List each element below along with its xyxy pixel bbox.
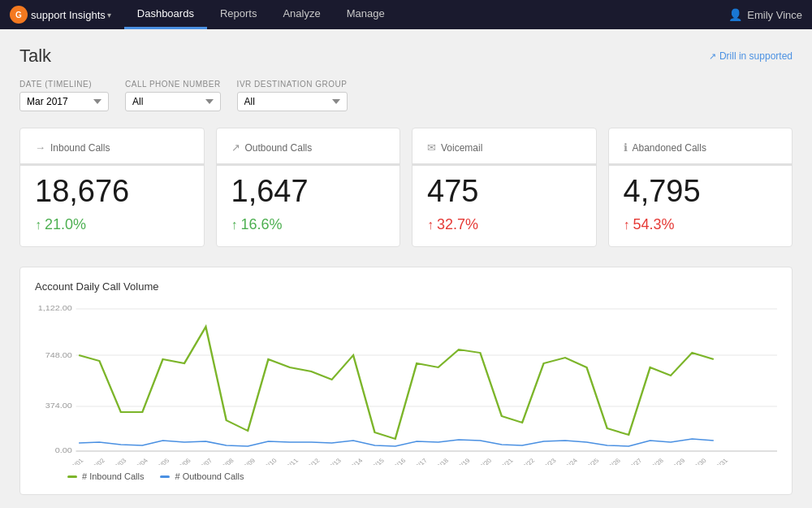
metric-inbound-header: → Inbound Calls [35, 141, 189, 154]
chart-title: Account Daily Call Volume [35, 280, 777, 293]
outbound-value: 1,647 [231, 176, 386, 206]
voicemail-arrow: ↑ [427, 218, 434, 232]
svg-text:03/15: 03/15 [368, 458, 386, 465]
user-icon: 👤 [728, 8, 742, 21]
svg-text:03/26: 03/26 [604, 458, 622, 465]
legend-label-outbound: # Outbound Calls [175, 471, 244, 481]
outbound-line [79, 439, 714, 446]
filter-phone-select[interactable]: All [125, 92, 221, 111]
inbound-value: 18,676 [35, 176, 189, 206]
svg-text:03/07: 03/07 [197, 458, 214, 465]
metric-abandoned-calls: ℹ Abandoned Calls 4,795 ↑ 54.3% [608, 128, 793, 247]
svg-text:03/03: 03/03 [110, 458, 128, 465]
nav-item-manage[interactable]: Manage [334, 0, 398, 29]
metric-voicemail-header: ✉ Voicemail [427, 141, 581, 154]
legend-dot-inbound [67, 475, 77, 478]
drill-text: Drill in supported [719, 50, 793, 62]
voicemail-icon: ✉ [427, 141, 436, 154]
inbound-arrow: ↑ [35, 218, 41, 232]
svg-text:03/10: 03/10 [261, 458, 279, 465]
metric-divider [20, 163, 204, 166]
legend-inbound: # Inbound Calls [67, 471, 144, 481]
abandoned-icon: ℹ [624, 141, 628, 154]
nav-item-analyze[interactable]: Analyze [270, 0, 333, 29]
metric-divider-3 [412, 163, 596, 166]
metric-cards: → Inbound Calls 18,676 ↑ 21.0% ↗ Outboun… [19, 128, 793, 247]
metric-outbound-header: ↗ Outbound Calls [231, 141, 386, 154]
svg-text:03/18: 03/18 [433, 458, 451, 465]
metric-inbound-calls: → Inbound Calls 18,676 ↑ 21.0% [19, 128, 205, 247]
voicemail-change: ↑ 32.7% [427, 216, 581, 233]
svg-text:03/23: 03/23 [540, 458, 558, 465]
svg-text:748.00: 748.00 [45, 351, 73, 359]
voicemail-pct: 32.7% [437, 216, 478, 233]
nav-item-dashboards[interactable]: Dashboards [124, 0, 207, 29]
outbound-pct: 16.6% [241, 216, 283, 233]
svg-text:03/29: 03/29 [669, 458, 687, 465]
filter-ivr-label: IVR DESTINATION GROUP [237, 80, 348, 89]
inbound-label: Inbound Calls [50, 142, 110, 154]
nav-item-reports[interactable]: Reports [207, 0, 270, 29]
page-header: Talk ↗ Drill in supported [19, 46, 793, 67]
chart-area: 1,122.00 748.00 374.00 0.00 [35, 302, 777, 465]
filters-row: DATE (TIMELINE) Mar 2017 CALL PHONE NUMB… [19, 80, 793, 111]
drill-icon: ↗ [709, 51, 716, 62]
svg-text:03/20: 03/20 [476, 458, 494, 465]
nav-items: Dashboards Reports Analyze Manage [124, 0, 729, 29]
legend-label-inbound: # Inbound Calls [82, 471, 144, 481]
svg-text:03/06: 03/06 [175, 458, 192, 465]
filter-date-select[interactable]: Mar 2017 [19, 92, 109, 111]
svg-text:03/28: 03/28 [647, 458, 665, 465]
filter-date-label: DATE (TIMELINE) [19, 80, 109, 89]
metric-abandoned-header: ℹ Abandoned Calls [624, 141, 778, 154]
outbound-change: ↑ 16.6% [231, 216, 386, 233]
svg-text:03/30: 03/30 [690, 458, 708, 465]
abandoned-pct: 54.3% [633, 216, 675, 233]
abandoned-arrow: ↑ [624, 218, 630, 232]
filter-phone: CALL PHONE NUMBER All [125, 80, 221, 111]
svg-text:03/27: 03/27 [626, 458, 644, 465]
inbound-pct: 21.0% [45, 216, 86, 233]
inbound-icon: → [35, 141, 45, 154]
svg-text:03/02: 03/02 [89, 458, 106, 465]
chart-legend: # Inbound Calls # Outbound Calls [35, 471, 777, 481]
page-title: Talk [19, 46, 51, 67]
svg-text:1,122.00: 1,122.00 [38, 304, 73, 312]
voicemail-value: 475 [427, 176, 581, 206]
app-caret[interactable]: ▾ [107, 11, 111, 20]
svg-text:03/25: 03/25 [583, 458, 601, 465]
svg-text:03/11: 03/11 [282, 458, 300, 465]
drill-link[interactable]: ↗ Drill in supported [709, 50, 793, 62]
chart-section: Account Daily Call Volume 1,122.00 748.0… [19, 267, 793, 495]
svg-text:03/08: 03/08 [218, 458, 235, 465]
svg-text:03/09: 03/09 [240, 458, 257, 465]
legend-dot-outbound [160, 475, 170, 478]
filter-date: DATE (TIMELINE) Mar 2017 [19, 80, 109, 111]
svg-text:03/13: 03/13 [325, 458, 343, 465]
svg-text:03/31: 03/31 [712, 458, 730, 465]
logo[interactable]: G [10, 6, 28, 24]
svg-text:03/21: 03/21 [497, 458, 515, 465]
outbound-label: Outbound Calls [245, 142, 313, 154]
svg-text:03/19: 03/19 [454, 458, 472, 465]
app-name: support Insights [31, 9, 106, 21]
svg-text:03/17: 03/17 [411, 458, 429, 465]
main-content: Talk ↗ Drill in supported DATE (TIMELINE… [0, 29, 812, 508]
filter-ivr: IVR DESTINATION GROUP All [237, 80, 348, 111]
svg-text:03/22: 03/22 [518, 458, 536, 465]
filter-ivr-select[interactable]: All [237, 92, 348, 111]
metric-voicemail: ✉ Voicemail 475 ↑ 32.7% [412, 128, 597, 247]
metric-divider-4 [609, 163, 793, 166]
legend-outbound: # Outbound Calls [160, 471, 244, 481]
svg-text:03/01: 03/01 [67, 458, 85, 465]
inbound-line [79, 327, 714, 439]
user-menu[interactable]: 👤 Emily Vince [728, 8, 802, 21]
metric-outbound-calls: ↗ Outbound Calls 1,647 ↑ 16.6% [216, 128, 401, 247]
svg-text:03/14: 03/14 [347, 457, 365, 465]
svg-text:03/04: 03/04 [132, 457, 149, 465]
svg-text:0.00: 0.00 [55, 446, 73, 454]
svg-text:374.00: 374.00 [45, 402, 73, 410]
chart-svg: 1,122.00 748.00 374.00 0.00 [35, 302, 777, 465]
abandoned-value: 4,795 [624, 176, 778, 206]
svg-text:03/24: 03/24 [561, 457, 579, 465]
